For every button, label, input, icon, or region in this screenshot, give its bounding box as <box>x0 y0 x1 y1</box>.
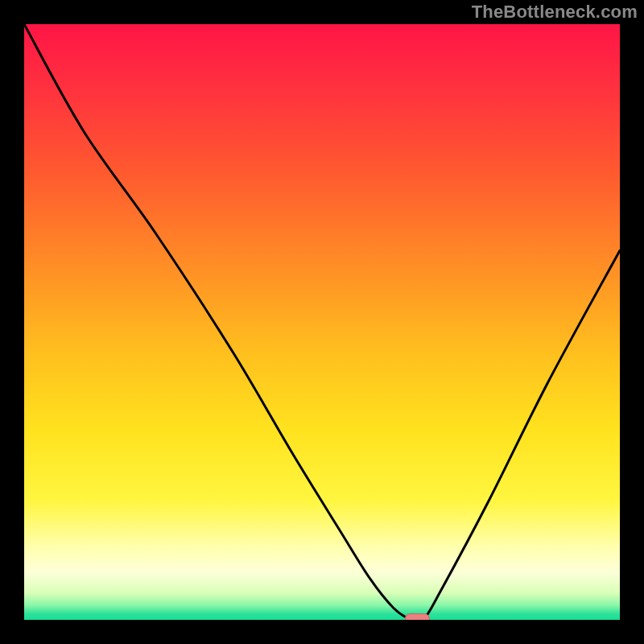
plot-area <box>24 24 620 620</box>
gradient-background <box>24 24 620 620</box>
optimal-marker <box>405 614 429 621</box>
chart-frame: TheBottleneck.com <box>0 0 644 644</box>
watermark-text: TheBottleneck.com <box>472 2 638 23</box>
chart-svg <box>24 24 620 620</box>
